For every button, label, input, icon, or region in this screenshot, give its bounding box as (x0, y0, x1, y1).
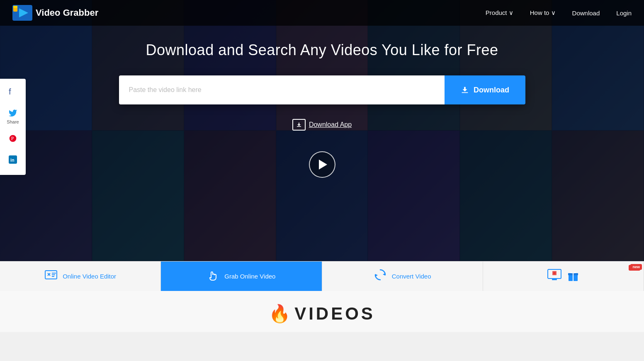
nav-login[interactable]: Login (616, 10, 632, 17)
toolbar-online-video-editor[interactable]: Online Video Editor (0, 262, 161, 291)
refresh-icon (374, 268, 387, 281)
toolbar-grab-label: Grab Online Video (224, 273, 275, 280)
bottom-toolbar: Online Video Editor Grab Online Video Co… (0, 261, 644, 291)
social-twitter[interactable]: Share (0, 103, 26, 129)
editor-icon (44, 269, 58, 283)
logo-icon (12, 5, 32, 21)
download-app-link[interactable]: Download App (292, 119, 352, 131)
share-label: Share (7, 119, 19, 124)
play-button[interactable] (309, 151, 335, 178)
svg-text:P: P (11, 136, 14, 141)
search-bar: Download (119, 75, 525, 104)
nav-download[interactable]: Download (572, 10, 600, 17)
download-app-box-icon (292, 119, 306, 131)
video-url-input[interactable] (119, 75, 445, 104)
toolbar-convert-label: Convert Video (392, 273, 431, 280)
social-facebook[interactable]: f (0, 82, 26, 103)
download-small-icon (296, 122, 302, 128)
svg-marker-16 (383, 273, 385, 276)
hero-content: Download and Search Any Videos You Like … (0, 0, 644, 178)
social-pinterest[interactable]: P (0, 129, 26, 150)
social-sidebar: f Share P in (0, 79, 26, 175)
svg-text:in: in (10, 157, 15, 162)
convert-icon (374, 268, 387, 284)
linkedin-icon: in (9, 155, 17, 166)
facebook-icon: f (9, 87, 17, 97)
nav-logo: Video Grabber (12, 5, 486, 21)
play-triangle-icon (319, 160, 327, 170)
hand-icon (207, 269, 219, 281)
videos-title: 🔥VIDEOS (269, 303, 375, 324)
nav-logo-text: Video Grabber (36, 7, 98, 18)
grab-icon (207, 269, 219, 284)
social-linkedin[interactable]: in (0, 150, 26, 172)
svg-point-22 (553, 272, 556, 274)
download-button[interactable]: Download (445, 75, 525, 104)
svg-marker-17 (375, 274, 378, 276)
download-app-label: Download App (309, 121, 352, 128)
download-icon (460, 85, 469, 94)
flame-icon: 🔥 (269, 303, 293, 324)
monitor-icon (547, 269, 562, 281)
twitter-icon (8, 108, 17, 119)
screen-recorder-icon (547, 269, 562, 284)
hero-section: f Share P in Download and Search Any Vid… (0, 0, 644, 261)
toolbar-screen-recorder[interactable]: new new (483, 262, 644, 291)
gift-new-badge: new (630, 264, 642, 270)
toolbar-editor-label: Online Video Editor (63, 273, 116, 280)
svg-rect-3 (13, 6, 17, 8)
nav-howto[interactable]: How to ∨ (530, 9, 556, 17)
toolbar-gift-icon (567, 269, 579, 283)
hero-title: Download and Search Any Videos You Like … (146, 41, 498, 59)
scissors-icon (44, 269, 58, 281)
toolbar-convert-video[interactable]: Convert Video (322, 262, 483, 291)
nav-product[interactable]: Product ∨ (486, 9, 513, 17)
toolbar-grab-online-video[interactable]: Grab Online Video (161, 262, 322, 291)
videos-section: 🔥VIDEOS (0, 291, 644, 332)
pinterest-icon: P (9, 134, 17, 145)
navbar: Video Grabber Product ∨ How to ∨ Downloa… (0, 0, 644, 26)
nav-links: Product ∨ How to ∨ Download Login (486, 9, 632, 17)
svg-rect-19 (552, 279, 557, 280)
svg-text:f: f (9, 87, 11, 95)
